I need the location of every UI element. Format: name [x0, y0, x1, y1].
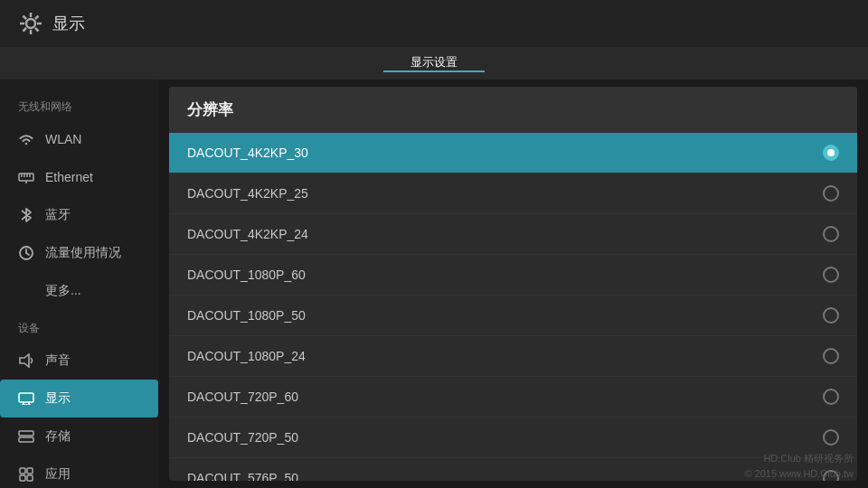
svg-rect-26: [27, 468, 33, 474]
sidebar-label-display: 显示: [45, 390, 71, 407]
radio-button: [823, 185, 839, 202]
sidebar-item-apps[interactable]: 应用: [0, 455, 158, 488]
ethernet-icon: [18, 169, 34, 185]
svg-line-6: [35, 28, 39, 32]
tab-display-settings[interactable]: 显示设置: [383, 54, 485, 72]
svg-line-17: [26, 253, 29, 255]
radio-button: [823, 389, 839, 405]
resolution-label: DACOUT_1080P_60: [187, 267, 306, 282]
resolution-label: DACOUT_720P_60: [187, 389, 298, 404]
main-layout: 无线和网络 WLAN Ethernet 蓝牙 流量使用情况: [0, 80, 868, 488]
sidebar-item-display[interactable]: 显示: [0, 380, 158, 418]
radio-button: [823, 267, 839, 283]
sidebar-item-more[interactable]: 更多...: [0, 272, 158, 310]
sidebar-label-apps: 应用: [45, 466, 71, 483]
sidebar-item-wlan[interactable]: WLAN: [0, 120, 158, 158]
sidebar-item-sound[interactable]: 声音: [0, 342, 158, 380]
svg-rect-24: [19, 437, 33, 442]
content-area: 分辨率 DACOUT_4K2KP_30DACOUT_4K2KP_25DACOUT…: [158, 80, 868, 488]
resolution-item[interactable]: DACOUT_1080P_60: [169, 255, 857, 296]
sidebar-label-ethernet: Ethernet: [45, 170, 93, 184]
sidebar-label-more: 更多...: [45, 283, 81, 299]
radio-button: [823, 145, 839, 161]
sidebar-item-storage[interactable]: 存储: [0, 418, 158, 455]
svg-rect-28: [27, 475, 33, 481]
resolution-label: DACOUT_4K2KP_30: [187, 145, 308, 160]
resolution-item[interactable]: DACOUT_720P_60: [169, 377, 857, 418]
sound-icon: [18, 352, 34, 369]
sidebar-section-network: 无线和网络: [0, 89, 158, 120]
svg-line-7: [35, 16, 39, 20]
radio-button: [823, 429, 839, 446]
resolution-label: DACOUT_1080P_50: [187, 308, 306, 323]
apps-icon: [18, 466, 34, 483]
resolution-label: DACOUT_4K2KP_25: [187, 186, 308, 201]
sidebar-label-wlan: WLAN: [45, 132, 81, 146]
sidebar-item-traffic[interactable]: 流量使用情况: [0, 234, 158, 272]
sidebar-section-device: 设备: [0, 310, 158, 342]
sidebar-label-bluetooth: 蓝牙: [45, 207, 71, 223]
svg-rect-23: [19, 431, 33, 436]
resolution-label: DACOUT_4K2KP_24: [187, 227, 308, 241]
radio-button: [823, 348, 839, 364]
sidebar-label-storage: 存储: [45, 428, 71, 445]
resolution-item[interactable]: DACOUT_1080P_50: [169, 296, 857, 336]
sidebar-label-sound: 声音: [45, 352, 71, 369]
svg-rect-19: [19, 393, 33, 402]
clock-icon: [18, 245, 34, 261]
resolution-label: DACOUT_720P_50: [187, 430, 298, 445]
storage-icon: [18, 428, 34, 445]
svg-rect-27: [20, 475, 25, 481]
resolution-item[interactable]: DACOUT_1080P_24: [169, 336, 857, 377]
svg-rect-25: [20, 468, 25, 474]
footer-watermark: HD.Club 精研视务所 © 2015 www.HD.Club.tw: [744, 451, 854, 481]
radio-button: [823, 226, 839, 242]
top-bar: 显示: [0, 0, 868, 47]
sidebar: 无线和网络 WLAN Ethernet 蓝牙 流量使用情况: [0, 80, 158, 488]
bluetooth-icon: [18, 207, 34, 223]
watermark-line1: HD.Club 精研视务所: [744, 451, 854, 466]
watermark-line2: © 2015 www.HD.Club.tw: [744, 466, 854, 482]
resolution-item[interactable]: DACOUT_4K2KP_25: [169, 174, 857, 214]
sidebar-item-bluetooth[interactable]: 蓝牙: [0, 196, 158, 234]
resolution-label: DACOUT_1080P_24: [187, 349, 306, 363]
tab-bar: 显示设置: [0, 47, 868, 80]
svg-line-8: [24, 28, 27, 32]
svg-point-0: [26, 19, 35, 28]
app-title-text: 显示: [52, 13, 85, 34]
panel-title: 分辨率: [169, 87, 857, 133]
svg-marker-18: [20, 354, 29, 367]
sidebar-item-ethernet[interactable]: Ethernet: [0, 158, 158, 196]
resolution-item[interactable]: DACOUT_4K2KP_24: [169, 214, 857, 255]
wifi-icon: [18, 131, 34, 147]
resolution-item[interactable]: DACOUT_4K2KP_30: [169, 133, 857, 174]
sidebar-label-traffic: 流量使用情况: [45, 245, 121, 261]
more-icon: [18, 283, 34, 299]
resolution-label: DACOUT_576P_50: [187, 471, 298, 481]
resolution-list: DACOUT_4K2KP_30DACOUT_4K2KP_25DACOUT_4K2…: [169, 133, 857, 481]
radio-button: [823, 307, 839, 324]
display-icon: [18, 390, 34, 407]
resolution-panel: 分辨率 DACOUT_4K2KP_30DACOUT_4K2KP_25DACOUT…: [169, 87, 857, 481]
app-title: 显示: [18, 11, 85, 36]
svg-line-5: [24, 16, 27, 20]
gear-icon: [18, 11, 43, 36]
